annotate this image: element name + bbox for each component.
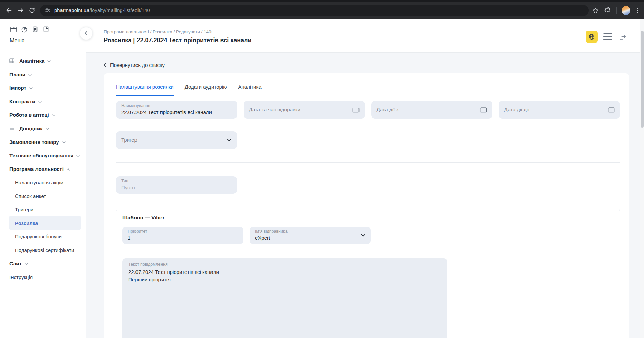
page-scrollbar[interactable] bbox=[640, 19, 644, 338]
field-label: Дата та час відправки bbox=[249, 107, 300, 112]
send-datetime-field[interactable]: Дата та час відправки bbox=[244, 101, 365, 119]
logout-button[interactable] bbox=[618, 32, 627, 41]
date-picker-icon[interactable] bbox=[352, 107, 360, 113]
extensions-button[interactable] bbox=[604, 7, 611, 14]
sender-name-select[interactable]: Ім’я відправника eXpert bbox=[250, 227, 371, 244]
sidebar-item-questionnaires[interactable]: Список анкет bbox=[0, 189, 86, 203]
arrow-left-icon bbox=[5, 7, 13, 14]
back-to-list-link[interactable]: Повернутись до списку bbox=[104, 62, 165, 68]
tab-mailing-settings[interactable]: Налаштування розсилки bbox=[116, 84, 174, 96]
header-titles: Програма лояльності / Розсилка / Редагув… bbox=[104, 29, 252, 44]
date-from-field[interactable]: Дата дії з bbox=[371, 101, 493, 119]
url-bar[interactable]: pharmapoint.ua/loyalty/mailing-list/edit… bbox=[40, 5, 589, 16]
main-area: Програма лояльності / Розсилка / Редагув… bbox=[86, 19, 644, 338]
toolbar-divider bbox=[616, 7, 617, 14]
chevron-down-icon bbox=[76, 155, 80, 157]
pie-chart-icon[interactable] bbox=[21, 26, 28, 33]
sidebar-item-label: Робота в аптеці bbox=[9, 112, 49, 118]
template-title: Шаблон — Viber bbox=[122, 215, 614, 221]
field-value: 22.07.2024 Тест пріоритетів всі канали bbox=[121, 109, 232, 116]
browser-forward-button[interactable] bbox=[15, 5, 26, 16]
date-picker-icon[interactable] bbox=[480, 107, 487, 113]
trigger-row: Тригер bbox=[116, 131, 620, 149]
sidebar-item-label: Аналітика bbox=[19, 58, 44, 64]
chevron-down-icon bbox=[62, 141, 66, 144]
sidebar-item-label: Тригери bbox=[15, 207, 33, 212]
sidebar-item-contracts[interactable]: Контракти bbox=[0, 95, 86, 108]
refresh-icon bbox=[29, 7, 35, 14]
sidebar-item-plans[interactable]: Плани bbox=[0, 68, 86, 81]
message-text-area[interactable]: Текст повідомлення 22.07.2024 Тест пріор… bbox=[122, 258, 447, 338]
url-text: pharmapoint.ua/loyalty/mailing-list/edit… bbox=[54, 8, 150, 13]
back-link-label: Повернутись до списку bbox=[110, 62, 165, 68]
tab-add-audience[interactable]: Додати аудиторію bbox=[185, 84, 227, 96]
fields-row: Найменування 22.07.2024 Тест пріоритетів… bbox=[116, 101, 620, 119]
sender-name-texts: Ім’я відправника eXpert bbox=[255, 229, 288, 241]
sidebar-item-analytics[interactable]: Аналітика bbox=[0, 54, 86, 68]
header-menu-button[interactable] bbox=[603, 33, 612, 40]
sidebar-item-label: Список анкет bbox=[15, 193, 46, 199]
sidebar-item-label: Довідник bbox=[19, 126, 43, 131]
sidebar-item-goods-order[interactable]: Замовлення товару bbox=[0, 135, 86, 149]
tab-analytics[interactable]: Аналітика bbox=[238, 84, 261, 96]
chevron-up-icon bbox=[67, 168, 70, 171]
browser-back-button[interactable] bbox=[3, 5, 15, 16]
book-icon[interactable] bbox=[42, 26, 50, 33]
sidebar-item-label: Замовлення товару bbox=[9, 139, 59, 145]
type-field[interactable]: Тип Пусто bbox=[116, 176, 237, 194]
archive-box-icon[interactable] bbox=[10, 26, 17, 33]
grid-icon bbox=[9, 58, 14, 63]
chevron-down-icon bbox=[25, 263, 28, 265]
breadcrumb: Програма лояльності / Розсилка / Редагув… bbox=[104, 29, 252, 34]
field-label: Ім’я відправника bbox=[255, 229, 288, 234]
name-field[interactable]: Найменування 22.07.2024 Тест пріоритетів… bbox=[116, 101, 237, 119]
star-icon bbox=[592, 7, 599, 14]
field-value: eXpert bbox=[255, 235, 288, 241]
url-path: /loyalty/mailing-list/edit/140 bbox=[90, 8, 150, 13]
field-placeholder: Пусто bbox=[121, 184, 231, 191]
scrollbar-thumb[interactable] bbox=[641, 31, 644, 128]
date-to-field[interactable]: Дата дії до bbox=[499, 101, 620, 119]
globe-icon bbox=[588, 33, 595, 40]
sidebar-item-loyalty-program[interactable]: Програма лояльності bbox=[0, 162, 86, 176]
sidebar-item-directory[interactable]: Довідник bbox=[0, 122, 86, 135]
field-label: Тип bbox=[121, 179, 231, 184]
chevron-down-icon bbox=[29, 87, 33, 89]
chevron-down-icon bbox=[227, 139, 231, 141]
section-divider bbox=[116, 162, 620, 163]
puzzle-icon bbox=[604, 7, 611, 14]
browser-refresh-button[interactable] bbox=[26, 5, 38, 16]
sidebar-item-mailing[interactable]: Розсилка bbox=[9, 216, 81, 230]
page-header: Програма лояльності / Розсилка / Редагув… bbox=[86, 19, 644, 53]
sidebar-item-gift-bonuses[interactable]: Подарункові бонуси bbox=[0, 230, 86, 243]
template-fields-row: Пріоритет 1 Ім’я відправника eXpert bbox=[122, 227, 614, 244]
sidebar-shortcuts bbox=[0, 19, 86, 33]
sidebar-item-site[interactable]: Сайт bbox=[0, 257, 86, 270]
message-text: 22.07.2024 Тест пріоритетів всі канали П… bbox=[128, 268, 441, 283]
field-label: Тригер bbox=[121, 137, 137, 143]
sidebar-item-pharmacy-work[interactable]: Робота в аптеці bbox=[0, 108, 86, 122]
sidebar: Меню Аналітика Плани Імпорт Контракти Ро… bbox=[0, 19, 86, 338]
field-label: Пріоритет bbox=[128, 229, 238, 234]
sidebar-item-tech-maintenance[interactable]: Технічне обслуговування bbox=[0, 149, 86, 162]
sidebar-item-label: Подарункові бонуси bbox=[15, 234, 62, 239]
date-picker-icon[interactable] bbox=[608, 107, 615, 113]
sidebar-item-instruction[interactable]: Інструкція bbox=[0, 270, 86, 284]
priority-field[interactable]: Пріоритет 1 bbox=[122, 227, 243, 244]
sidebar-item-label: Програма лояльності bbox=[9, 166, 64, 172]
trigger-select[interactable]: Тригер bbox=[116, 131, 237, 149]
tab-bar: Налаштування розсилки Додати аудиторію А… bbox=[116, 84, 620, 96]
document-icon[interactable] bbox=[31, 26, 39, 33]
language-button[interactable] bbox=[586, 31, 598, 43]
sidebar-collapse-button[interactable] bbox=[80, 27, 93, 40]
browser-menu-button[interactable] bbox=[636, 6, 640, 15]
profile-avatar[interactable] bbox=[622, 6, 630, 15]
header-actions bbox=[586, 31, 627, 43]
sidebar-item-promo-settings[interactable]: Налаштування акцій bbox=[0, 176, 86, 189]
sidebar-item-gift-certificates[interactable]: Подарункові сертифікати bbox=[0, 243, 86, 257]
site-settings-icon[interactable] bbox=[45, 7, 51, 14]
sidebar-item-import[interactable]: Імпорт bbox=[0, 81, 86, 95]
sidebar-item-triggers[interactable]: Тригери bbox=[0, 203, 86, 216]
menu-title: Меню bbox=[10, 37, 86, 44]
bookmark-star-button[interactable] bbox=[592, 7, 599, 14]
